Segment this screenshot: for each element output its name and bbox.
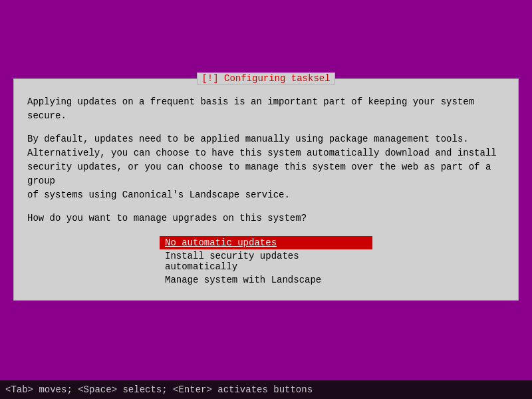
dialog-body: Applying updates on a frequent basis is … (14, 79, 518, 300)
option-install-security-updates[interactable]: Install security updates automatically (160, 249, 372, 273)
status-bar-text: <Tab> moves; <Space> selects; <Enter> ac… (5, 384, 313, 395)
paragraph2: By default, updates need to be applied m… (27, 132, 505, 202)
dialog-title: [!] Configuring tasksel (197, 72, 334, 84)
option-manage-with-landscape[interactable]: Manage system with Landscape (160, 273, 372, 287)
options-list: No automatic updates Install security up… (160, 236, 372, 287)
dialog-title-bar: [!] Configuring tasksel (14, 72, 518, 84)
paragraph1: Applying updates on a frequent basis is … (27, 95, 505, 123)
dialog-container: [!] Configuring tasksel Applying updates… (13, 78, 519, 301)
title-line-right (338, 78, 515, 79)
title-line-left (17, 78, 194, 79)
status-bar: <Tab> moves; <Space> selects; <Enter> ac… (0, 380, 532, 399)
question: How do you want to manage upgrades on th… (27, 211, 505, 225)
option-no-automatic-updates[interactable]: No automatic updates (160, 236, 372, 249)
